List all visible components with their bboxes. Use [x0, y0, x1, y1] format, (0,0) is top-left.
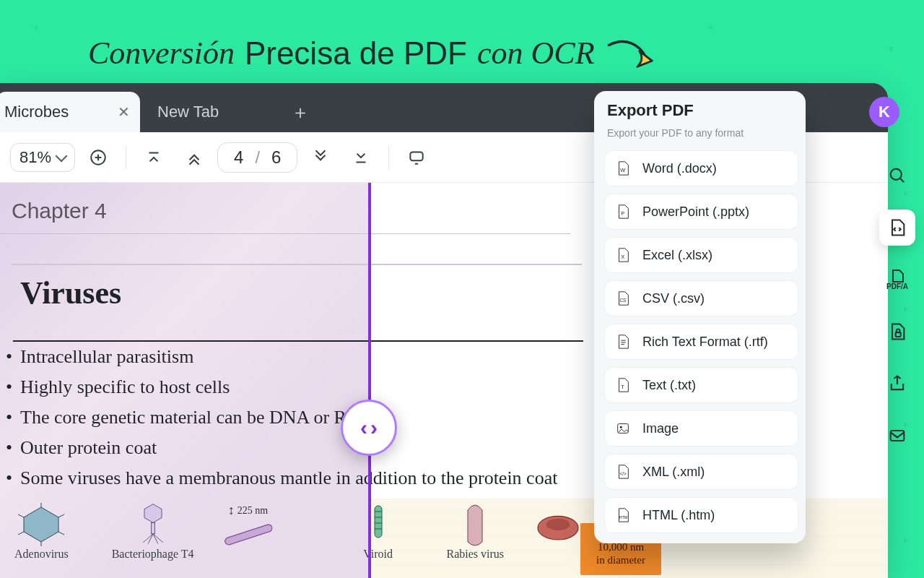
chapter-heading: Chapter 4: [0, 183, 570, 234]
pdfa-button[interactable]: PDF/A: [879, 262, 915, 298]
svg-text:</>: </>: [619, 471, 627, 476]
sketch-rabies: Rabies virus: [447, 503, 505, 574]
svg-rect-15: [224, 524, 273, 546]
option-label: Rich Text Format (.rtf): [642, 335, 768, 350]
export-option-word[interactable]: W Word (.docx): [604, 150, 798, 186]
headline-part1: Conversión: [88, 35, 235, 72]
svg-line-7: [18, 532, 24, 535]
note-line: in diameter: [583, 553, 658, 566]
svg-rect-16: [375, 506, 382, 538]
protect-button[interactable]: [879, 314, 915, 350]
search-button[interactable]: [879, 158, 915, 194]
svg-line-4: [58, 514, 64, 517]
html-file-icon: HTM: [615, 507, 631, 523]
export-option-xml[interactable]: </> XML (.xml): [604, 454, 798, 490]
export-subtitle: Export your PDF to any format: [604, 127, 798, 143]
svg-point-22: [546, 519, 570, 530]
ppt-file-icon: P: [615, 204, 631, 220]
zoom-dropdown[interactable]: 81%: [10, 143, 75, 172]
excel-file-icon: X: [615, 247, 631, 263]
export-option-excel[interactable]: X Excel (.xlsx): [604, 237, 798, 273]
svg-rect-33: [896, 332, 901, 337]
headline-part3: con OCR: [477, 35, 595, 72]
option-label: Text (.txt): [642, 378, 696, 393]
svg-line-5: [58, 532, 64, 535]
sketch-bloodcell: [533, 503, 583, 574]
add-tab-button[interactable]: ＋: [284, 92, 316, 132]
page-current: 4: [234, 147, 243, 168]
export-pdf-panel: Export PDF Export your PDF to any format…: [594, 91, 806, 543]
avatar[interactable]: K: [869, 97, 899, 127]
option-label: HTML (.htm): [642, 508, 715, 523]
export-option-rtf[interactable]: Rich Text Format (.rtf): [604, 324, 798, 360]
chevron-down-icon: [56, 150, 68, 162]
page-total: 6: [271, 147, 281, 168]
txt-file-icon: T: [615, 377, 631, 393]
last-page-button[interactable]: [344, 140, 378, 175]
share-button[interactable]: [879, 366, 915, 402]
export-option-csv[interactable]: CS CSV (.csv): [604, 280, 798, 316]
export-option-text[interactable]: T Text (.txt): [604, 367, 798, 403]
word-file-icon: W: [615, 160, 631, 176]
option-label: CSV (.csv): [642, 291, 705, 306]
svg-line-12: [148, 534, 153, 544]
svg-marker-2: [24, 507, 58, 542]
measure-label: 225 nm: [237, 505, 268, 517]
svg-text:HTM: HTM: [619, 515, 628, 519]
svg-rect-10: [151, 522, 154, 533]
convert-button[interactable]: [879, 210, 915, 246]
svg-rect-34: [891, 431, 905, 441]
tab-label: New Tab: [157, 103, 219, 121]
svg-rect-1: [411, 152, 423, 160]
tab-new[interactable]: New Tab: [140, 92, 284, 132]
svg-line-14: [153, 534, 163, 543]
zoom-value: 81%: [19, 148, 51, 167]
mail-button[interactable]: [879, 418, 915, 454]
sketch-bacteriophage: Bacteriophage T4: [112, 503, 194, 574]
option-label: PowerPoint (.pptx): [642, 204, 749, 220]
next-page-button[interactable]: [303, 140, 338, 175]
image-file-icon: [615, 420, 631, 436]
separator: [126, 146, 126, 169]
sketch-label: Bacteriophage T4: [112, 548, 194, 561]
export-option-html[interactable]: HTM HTML (.htm): [604, 497, 798, 533]
svg-text:CS: CS: [619, 298, 626, 303]
sketch-adenovirus: Adenovirus: [14, 503, 69, 574]
avatar-initial: K: [879, 103, 890, 121]
export-title: Export PDF: [604, 101, 798, 120]
rtf-file-icon: [615, 334, 631, 350]
option-label: Excel (.xlsx): [642, 248, 712, 263]
chevron-right-icon: ›: [370, 415, 378, 440]
arrow-icon: [605, 36, 654, 71]
tab-microbes[interactable]: Microbes ✕: [0, 92, 140, 132]
option-label: Image: [642, 421, 679, 436]
svg-line-13: [153, 534, 158, 544]
sketch-measure: ↕225 nm: [216, 503, 281, 574]
headline-part2: Precisa de PDF: [245, 35, 467, 72]
svg-text:X: X: [621, 254, 624, 260]
export-option-powerpoint[interactable]: P PowerPoint (.pptx): [604, 194, 798, 230]
tab-label: Microbes: [4, 103, 69, 121]
marketing-headline: Conversión Precisa de PDF con OCR: [88, 35, 654, 72]
xml-file-icon: </>: [615, 464, 631, 480]
close-icon[interactable]: ✕: [118, 103, 130, 121]
svg-text:P: P: [621, 210, 624, 217]
page-indicator[interactable]: 4 / 6: [217, 142, 297, 173]
page-slash: /: [255, 147, 260, 168]
export-option-image[interactable]: Image: [604, 410, 798, 447]
compare-divider[interactable]: [368, 183, 371, 578]
svg-text:W: W: [620, 167, 625, 173]
svg-line-8: [18, 514, 24, 517]
svg-marker-9: [144, 504, 162, 523]
sketch-label: Adenovirus: [14, 548, 69, 561]
svg-point-29: [620, 426, 622, 428]
first-page-button[interactable]: [136, 140, 171, 175]
compare-slider-handle[interactable]: ‹ ›: [341, 400, 397, 456]
separator: [388, 146, 389, 169]
zoom-in-button[interactable]: [81, 140, 116, 175]
option-label: XML (.xml): [642, 465, 705, 480]
svg-text:T: T: [621, 384, 624, 390]
prev-page-button[interactable]: [177, 140, 212, 175]
svg-point-32: [891, 169, 902, 180]
presentation-button[interactable]: [399, 140, 434, 175]
